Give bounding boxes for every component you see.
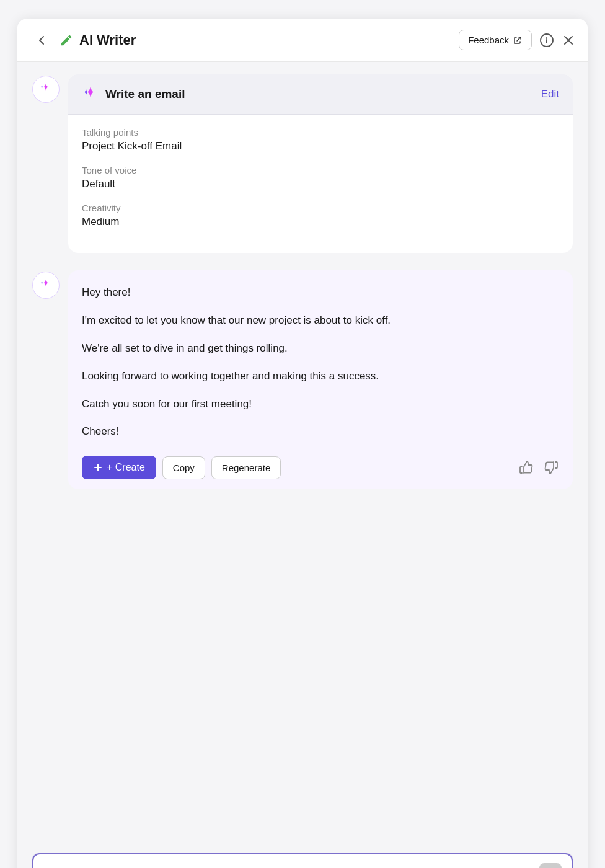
response-paragraph-1: I'm excited to let you know that our new… <box>82 312 559 330</box>
tone-value: Default <box>82 178 559 190</box>
header-left: AI Writer <box>30 31 459 50</box>
thumbs-up-button[interactable] <box>518 459 534 476</box>
talking-points-field: Talking points Project Kick-off Email <box>82 127 559 153</box>
feedback-label: Feedback <box>468 35 509 45</box>
thumbs-up-icon <box>518 459 534 476</box>
edit-button[interactable]: Edit <box>541 88 559 100</box>
response-actions-left: + Create Copy Regenerate <box>82 456 281 479</box>
tone-label: Tone of voice <box>82 165 559 175</box>
feedback-button[interactable]: Feedback <box>459 30 532 50</box>
response-avatar <box>32 272 60 299</box>
external-link-icon <box>513 35 523 45</box>
response-message-row: Hey there! I'm excited to let you know t… <box>32 270 573 489</box>
pencil-icon <box>60 33 73 47</box>
prompt-avatar <box>32 76 60 103</box>
info-button[interactable] <box>539 33 554 48</box>
response-actions: + Create Copy Regenerate <box>82 453 559 479</box>
header-right: Feedback <box>459 30 575 50</box>
prompt-card-header-left: Write an email <box>82 86 185 103</box>
bottom-input-container <box>17 843 588 868</box>
response-paragraph-4: Catch you soon for our first meeting! <box>82 396 559 414</box>
prompt-message-row: Write an email Edit Talking points Proje… <box>32 74 573 253</box>
creativity-value: Medium <box>82 216 559 228</box>
close-button[interactable] <box>562 33 575 47</box>
response-paragraph-3: Looking forward to working together and … <box>82 368 559 386</box>
sparkle-response-avatar-icon <box>39 278 53 292</box>
prompt-card-title: Write an email <box>105 87 185 101</box>
thumbs-down-button[interactable] <box>543 459 559 476</box>
close-icon <box>562 33 575 47</box>
response-card: Hey there! I'm excited to let you know t… <box>68 270 573 489</box>
thumbs-down-icon <box>543 459 559 476</box>
prompt-card-body: Talking points Project Kick-off Email To… <box>68 115 573 253</box>
send-button[interactable] <box>539 863 562 868</box>
info-icon <box>539 33 554 48</box>
response-paragraph-2: We're all set to dive in and get things … <box>82 340 559 358</box>
regenerate-button[interactable]: Regenerate <box>211 456 281 479</box>
main-content: Write an email Edit Talking points Proje… <box>17 62 588 843</box>
creativity-field: Creativity Medium <box>82 203 559 228</box>
response-text: Hey there! I'm excited to let you know t… <box>82 284 559 441</box>
prompt-card-header: Write an email Edit <box>68 74 573 115</box>
create-label: + Create <box>107 462 145 473</box>
response-paragraph-0: Hey there! <box>82 284 559 302</box>
back-button[interactable] <box>30 31 53 50</box>
creativity-label: Creativity <box>82 203 559 213</box>
plus-icon <box>93 463 103 472</box>
copy-button[interactable]: Copy <box>162 456 205 479</box>
page-title: AI Writer <box>79 32 136 48</box>
response-actions-right <box>518 459 559 476</box>
response-paragraph-5: Cheers! <box>82 423 559 441</box>
talking-points-value: Project Kick-off Email <box>82 140 559 153</box>
sparkle-avatar-icon <box>39 82 53 96</box>
sparkle-card-icon <box>82 86 99 103</box>
prompt-card: Write an email Edit Talking points Proje… <box>68 74 573 253</box>
talking-points-label: Talking points <box>82 127 559 138</box>
input-wrapper <box>32 853 573 868</box>
header: AI Writer Feedback <box>17 19 588 62</box>
tone-field: Tone of voice Default <box>82 165 559 190</box>
create-button[interactable]: + Create <box>82 456 156 479</box>
back-icon <box>35 33 48 47</box>
